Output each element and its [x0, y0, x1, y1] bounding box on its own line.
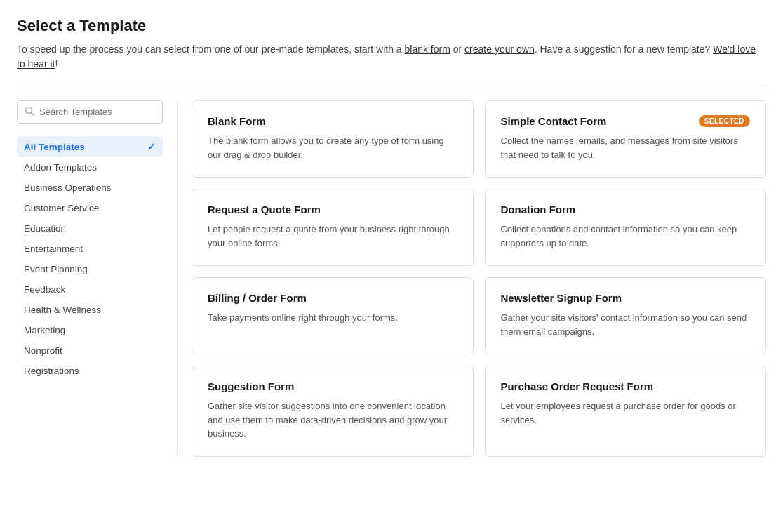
sidebar-item-label: Customer Service [24, 203, 99, 213]
template-card-header: Purchase Order Request Form [501, 380, 751, 392]
template-card-description: Gather your site visitors' contact infor… [501, 311, 751, 338]
template-card[interactable]: Donation FormCollect donations and conta… [485, 189, 767, 266]
template-card-title: Suggestion Form [208, 380, 294, 392]
sidebar-item[interactable]: Entertainment [17, 239, 163, 259]
blank-form-link[interactable]: blank form [405, 44, 450, 55]
svg-line-1 [32, 113, 34, 116]
check-icon: ✓ [147, 141, 156, 152]
nav-list: All Templates✓Addon TemplatesBusiness Op… [17, 136, 163, 381]
sidebar-item[interactable]: Education [17, 218, 163, 239]
sidebar-item[interactable]: Addon Templates [17, 157, 163, 178]
sidebar-item[interactable]: Event Planning [17, 259, 163, 279]
sidebar-item-label: Nonprofit [24, 345, 62, 356]
selected-badge: SELECTED [699, 115, 750, 127]
templates-grid: Blank FormThe blank form allows you to c… [192, 100, 766, 457]
template-card-header: Blank Form [208, 115, 457, 127]
sidebar-item[interactable]: Business Operations [17, 178, 163, 198]
sidebar-item[interactable]: Health & Wellness [17, 300, 163, 320]
template-card-description: Collect the names, emails, and messages … [501, 134, 751, 161]
sidebar-item[interactable]: Nonprofit [17, 340, 163, 361]
template-card-title: Request a Quote Form [208, 204, 321, 215]
page-title: Select a Template [17, 17, 766, 35]
sidebar-item-label: Health & Wellness [24, 305, 101, 315]
template-card[interactable]: Blank FormThe blank form allows you to c… [192, 100, 474, 178]
sidebar-item-label: Business Operations [24, 182, 112, 193]
sidebar-item-label: Addon Templates [24, 162, 97, 173]
search-input[interactable] [39, 107, 155, 117]
template-card-title: Newsletter Signup Form [501, 292, 622, 304]
template-card[interactable]: Simple Contact FormSELECTEDCollect the n… [485, 100, 767, 178]
sidebar-item-label: Registrations [24, 366, 79, 376]
template-card-description: Gather site visitor suggestions into one… [208, 399, 457, 441]
template-card-title: Blank Form [208, 115, 266, 127]
sidebar-item[interactable]: All Templates✓ [17, 136, 163, 157]
sidebar-item-label: Marketing [24, 325, 65, 335]
template-card-description: Take payments online right through your … [208, 311, 457, 325]
sidebar-item-label: All Templates [24, 142, 85, 152]
sidebar-item[interactable]: Marketing [17, 320, 163, 340]
template-card[interactable]: Suggestion FormGather site visitor sugge… [192, 366, 474, 457]
template-card-title: Billing / Order Form [208, 292, 307, 304]
sidebar-item[interactable]: Feedback [17, 279, 163, 300]
template-card-header: Request a Quote Form [208, 204, 457, 215]
template-card-header: Suggestion Form [208, 380, 457, 392]
sidebar-item[interactable]: Customer Service [17, 198, 163, 218]
template-card-title: Donation Form [501, 204, 576, 215]
sidebar: All Templates✓Addon TemplatesBusiness Op… [17, 100, 177, 457]
template-card-description: The blank form allows you to create any … [208, 134, 457, 161]
search-icon [25, 106, 34, 118]
sidebar-item[interactable]: Registrations [17, 361, 163, 381]
content-area: Blank FormThe blank form allows you to c… [177, 100, 766, 457]
template-card-header: Donation Form [501, 204, 751, 215]
template-card-title: Simple Contact Form [501, 115, 607, 127]
search-box[interactable] [17, 100, 163, 124]
page-description: To speed up the process you can select f… [17, 42, 766, 72]
sidebar-item-label: Entertainment [24, 244, 83, 254]
sidebar-item-label: Education [24, 223, 66, 234]
template-card-title: Purchase Order Request Form [501, 380, 654, 392]
template-card-description: Let people request a quote from your bus… [208, 222, 457, 250]
sidebar-item-label: Event Planning [24, 264, 88, 274]
section-divider [17, 86, 766, 86]
template-card-description: Let your employees request a purchase or… [501, 399, 751, 427]
template-card[interactable]: Purchase Order Request FormLet your empl… [485, 366, 767, 457]
template-card-header: Simple Contact FormSELECTED [501, 115, 751, 127]
template-card[interactable]: Billing / Order FormTake payments online… [192, 277, 474, 354]
template-card-description: Collect donations and contact informatio… [501, 222, 751, 250]
create-own-link[interactable]: create your own [464, 44, 535, 55]
template-card-header: Billing / Order Form [208, 292, 457, 304]
sidebar-item-label: Feedback [24, 284, 65, 295]
template-card[interactable]: Request a Quote FormLet people request a… [192, 189, 474, 266]
template-card-header: Newsletter Signup Form [501, 292, 751, 304]
template-card[interactable]: Newsletter Signup FormGather your site v… [485, 277, 767, 354]
